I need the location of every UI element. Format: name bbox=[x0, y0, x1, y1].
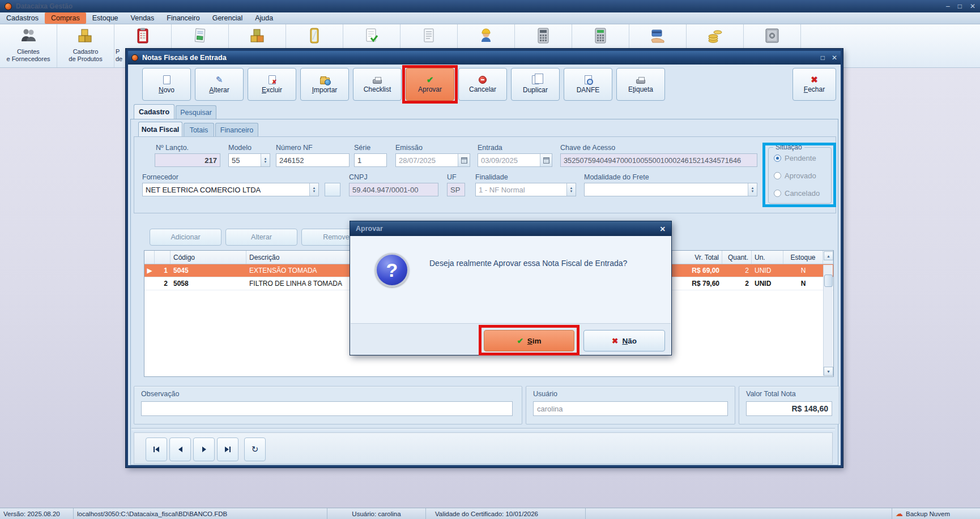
red-clipboard-icon bbox=[134, 27, 151, 46]
mirror-icon bbox=[306, 27, 323, 46]
status-certificado: Validade do Certificado: 10/01/2026 bbox=[426, 508, 586, 519]
backup-nuvem-status[interactable]: ☁ Backup Nuvem bbox=[892, 508, 980, 519]
menu-ajuda[interactable]: Ajuda bbox=[249, 12, 279, 24]
vertical-scrollbar[interactable]: ▲ ▼ bbox=[823, 265, 833, 376]
col-estoque[interactable]: Estoque bbox=[783, 251, 823, 264]
spinner-icon[interactable]: ▲▼ bbox=[309, 183, 318, 196]
importar-button[interactable]: Importar bbox=[300, 68, 349, 101]
toolbar-button-produtos[interactable]: Cadastrode Produtos bbox=[57, 24, 114, 67]
etiqueta-button[interactable]: Etiqueta bbox=[616, 68, 665, 101]
new-document-icon bbox=[163, 75, 171, 84]
aprovar-button[interactable]: ✔ Aprovar bbox=[406, 68, 454, 101]
aprovar-dialog: Aprovar ✕ ? Deseja realmente Aprovar ess… bbox=[350, 221, 672, 355]
adicionar-button[interactable]: Adicionar bbox=[150, 229, 221, 246]
fornecedor-combo[interactable]: NET ELETRICA COMERCIO LTDA ▲▼ bbox=[142, 183, 319, 196]
excluir-button[interactable]: ✘ Excluir bbox=[248, 68, 296, 101]
alterar-item-button[interactable]: Alterar bbox=[225, 229, 297, 246]
col-vr-total[interactable]: Vr. Total bbox=[672, 251, 722, 264]
menu-financeiro[interactable]: Financeiro bbox=[160, 12, 206, 24]
navigator-panel: ↻ bbox=[134, 432, 833, 464]
status-versao: Versão: 2025.08.20 bbox=[0, 508, 74, 519]
entrada-label: Entrada bbox=[478, 144, 502, 152]
cnpj-label: CNPJ bbox=[349, 173, 368, 181]
radio-icon bbox=[774, 190, 781, 197]
finalidade-combo[interactable]: 1 - NF Normal ▲▼ bbox=[475, 183, 576, 196]
safe-icon bbox=[764, 27, 781, 46]
observacao-input[interactable] bbox=[141, 401, 513, 416]
close-x-icon: ✖ bbox=[811, 75, 818, 84]
modelo-field[interactable]: 55 ▲▼ bbox=[228, 153, 270, 167]
spinner-icon[interactable]: ▲▼ bbox=[261, 154, 270, 166]
window-maximize-icon[interactable]: □ bbox=[821, 54, 825, 62]
menu-gerencial[interactable]: Gerencial bbox=[206, 12, 249, 24]
window-logo-icon bbox=[131, 54, 138, 61]
scroll-down-icon[interactable]: ▼ bbox=[824, 367, 833, 376]
alterar-button[interactable]: ✎ Alterar bbox=[195, 68, 244, 101]
dialog-titlebar: Aprovar ✕ bbox=[350, 221, 671, 236]
tab-pesquisar[interactable]: Pesquisar bbox=[176, 105, 216, 119]
usuario-field: carolina bbox=[533, 401, 728, 416]
serie-label: Série bbox=[354, 144, 370, 152]
uf-label: UF bbox=[447, 173, 457, 181]
nao-button[interactable]: ✖ Não bbox=[583, 330, 665, 351]
fornecedor-lookup-button[interactable] bbox=[325, 183, 340, 196]
minimize-icon[interactable]: – bbox=[946, 2, 950, 10]
check-icon: ✔ bbox=[517, 336, 523, 345]
usuario-label: Usuário bbox=[533, 390, 557, 398]
refresh-icon[interactable]: ↻ bbox=[244, 437, 266, 461]
duplicate-icon bbox=[532, 75, 539, 84]
menu-compras[interactable]: Compras bbox=[45, 12, 86, 24]
cloud-backup-icon: ☁ bbox=[896, 509, 903, 518]
spinner-icon[interactable]: ▲▼ bbox=[748, 183, 757, 196]
document-check-icon bbox=[363, 27, 380, 46]
nav-first-button[interactable] bbox=[146, 437, 167, 461]
menubar: Cadastros Compras Estoque Vendas Finance… bbox=[0, 12, 980, 24]
tab-totais[interactable]: Totais bbox=[184, 123, 214, 137]
emissao-field[interactable]: 28/07/2025 bbox=[395, 153, 470, 167]
menu-estoque[interactable]: Estoque bbox=[86, 12, 125, 24]
radio-cancelado[interactable]: Cancelado bbox=[774, 189, 820, 198]
calendar-icon[interactable] bbox=[540, 154, 552, 166]
nav-last-button[interactable] bbox=[217, 437, 238, 461]
menu-vendas[interactable]: Vendas bbox=[125, 12, 161, 24]
col-quant[interactable]: Quant. bbox=[722, 251, 752, 264]
danfe-button[interactable]: DANFE bbox=[564, 68, 612, 101]
novo-button[interactable]: Novo bbox=[142, 68, 191, 101]
usuario-group: Usuário carolina bbox=[526, 386, 735, 424]
checklist-button[interactable]: Checklist bbox=[353, 68, 402, 101]
serie-field[interactable]: 1 bbox=[354, 153, 387, 167]
nav-next-button[interactable] bbox=[193, 437, 215, 461]
question-icon: ? bbox=[375, 253, 409, 287]
spinner-icon[interactable]: ▲▼ bbox=[566, 183, 576, 196]
tab-financeiro[interactable]: Financeiro bbox=[215, 123, 258, 137]
nav-prev-button[interactable] bbox=[169, 437, 191, 461]
coins-icon bbox=[706, 27, 723, 46]
calculator-icon bbox=[535, 27, 552, 46]
separator bbox=[131, 430, 835, 430]
numero-nf-field[interactable]: 246152 bbox=[276, 153, 350, 167]
dialog-close-icon[interactable]: ✕ bbox=[660, 225, 666, 233]
fechar-button[interactable]: ✖ Fechar bbox=[792, 68, 836, 101]
col-un[interactable]: Un. bbox=[752, 251, 783, 264]
col-codigo[interactable]: Código bbox=[171, 251, 246, 264]
cancelar-button[interactable]: Cancelar bbox=[458, 68, 507, 101]
window-close-icon[interactable]: ✕ bbox=[832, 54, 837, 62]
sim-button[interactable]: ✔ Sim bbox=[484, 330, 574, 351]
close-icon[interactable]: ✕ bbox=[970, 2, 975, 10]
statusbar: Versão: 2025.08.20 localhost/3050:C:\Dat… bbox=[0, 508, 980, 519]
tab-nota-fiscal[interactable]: Nota Fiscal bbox=[138, 122, 182, 137]
scrollbar-thumb[interactable] bbox=[824, 274, 833, 287]
toolbar-button-clientes[interactable]: Clientese Fornecedores bbox=[0, 24, 57, 67]
calendar-icon[interactable] bbox=[458, 154, 470, 166]
radio-pendente[interactable]: Pendente bbox=[774, 154, 816, 162]
entrada-field[interactable]: 03/09/2025 bbox=[478, 153, 552, 167]
frete-combo[interactable]: ▲▼ bbox=[584, 183, 757, 196]
scroll-up-icon[interactable]: ▲ bbox=[824, 251, 833, 260]
tab-cadastro[interactable]: Cadastro bbox=[134, 104, 174, 119]
radio-aprovado[interactable]: Aprovado bbox=[774, 171, 816, 180]
valor-total-label: Valor Total Nota bbox=[746, 390, 796, 398]
worker-icon bbox=[478, 27, 495, 46]
menu-cadastros[interactable]: Cadastros bbox=[0, 12, 45, 24]
maximize-icon[interactable]: □ bbox=[958, 2, 962, 10]
duplicar-button[interactable]: Duplicar bbox=[511, 68, 560, 101]
